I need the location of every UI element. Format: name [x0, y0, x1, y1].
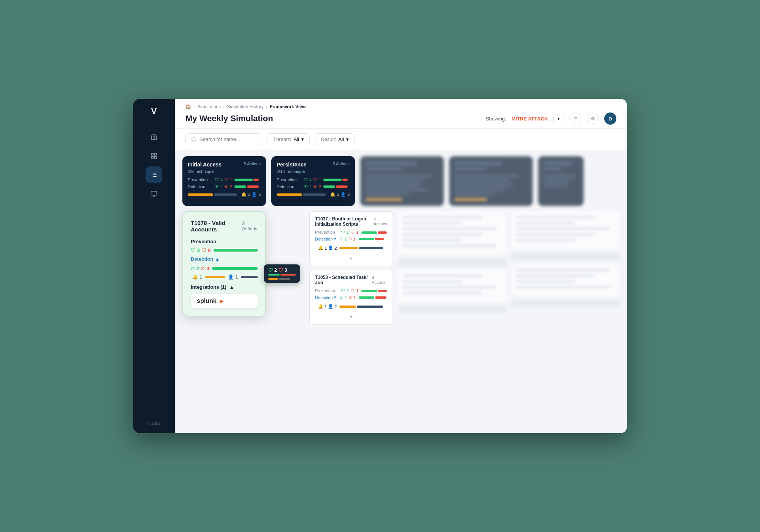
- tech-prev-label: Prevention: [315, 230, 338, 234]
- detection-pass: 2: [309, 184, 312, 189]
- user-icon: 👤: [328, 304, 333, 309]
- prev-fail: 1: [356, 288, 358, 293]
- detection-icons: 👁 2 👁 2: [304, 184, 321, 189]
- integrations-label: Integrations (1): [191, 284, 226, 290]
- result-filter[interactable]: Result: All ▾: [315, 133, 355, 145]
- actions-badge: 5 Actions: [332, 162, 350, 166]
- chevron-up-icon: ▲: [215, 256, 220, 262]
- shield-fail-icon: 🛡: [279, 267, 283, 272]
- shield-pass-icon: 🛡: [215, 177, 219, 182]
- user-count: 2: [334, 246, 337, 250]
- bell-icon: 🔔: [318, 245, 323, 250]
- threats-filter[interactable]: Threats: All ▾: [268, 133, 310, 145]
- popup-column: T1078 - Valid Accounts 2 Actions Prevent…: [182, 211, 266, 325]
- prevention-pass: 4: [220, 177, 223, 182]
- tactic-title: Persistence: [277, 162, 307, 168]
- prev-bars: [361, 231, 387, 233]
- sidebar-item-monitor[interactable]: [146, 185, 162, 202]
- placeholder-expand-1: ▾: [398, 258, 506, 266]
- detection-label: Detection: [315, 237, 332, 241]
- search-box[interactable]: [185, 133, 262, 145]
- breadcrumb-simulations[interactable]: Simulations: [197, 104, 221, 109]
- bell-icon: 🔔: [318, 304, 323, 309]
- prevention-section-title: Prevention: [191, 239, 258, 244]
- sidebar-item-library[interactable]: [146, 147, 162, 164]
- collapse-icon[interactable]: ▾: [350, 256, 352, 261]
- technique-cards: T1037 - Booth or Logon Initialization Sc…: [309, 211, 393, 325]
- prev-pass: 2: [347, 288, 349, 293]
- filters-bar: Threats: All ▾ Result: All ▾: [175, 129, 627, 150]
- svg-point-13: [192, 137, 195, 141]
- sub-user-count: 1: [235, 274, 238, 280]
- prevention-fail: 1: [230, 177, 232, 182]
- showing-dropdown[interactable]: ▾: [553, 114, 564, 123]
- det-icons: ⊙ 2 ⊙ 1: [339, 236, 355, 241]
- user-avatar[interactable]: D: [604, 112, 616, 125]
- user-icon: 👤: [328, 245, 333, 250]
- det-icons: ⊙ 2 ⊙ 1: [339, 295, 355, 300]
- prev-icons: 🛡 2 🛡 0: [191, 247, 211, 253]
- detection-bar: [234, 185, 261, 188]
- chevron-up-integrations-icon[interactable]: ▲: [230, 284, 234, 290]
- tactic-title: Initial Access: [188, 162, 222, 168]
- svg-rect-1: [155, 153, 157, 155]
- popup-title: T1078 - Valid Accounts: [191, 220, 242, 233]
- breadcrumb-sep1: ›: [193, 104, 195, 109]
- sidebar-item-list[interactable]: [146, 166, 162, 183]
- det-fail: 0: [206, 266, 209, 271]
- technique-count: 2/9 Technique: [188, 169, 261, 174]
- settings-button[interactable]: ⚙: [587, 112, 599, 125]
- shield-pass-icon: 🛡: [191, 247, 196, 253]
- placeholder-3: [511, 211, 619, 249]
- splunk-badge[interactable]: splunk ▶: [191, 294, 258, 308]
- expand-sub: 🔔 1 👤 2: [318, 302, 387, 312]
- prevention-label: Prevention: [277, 177, 301, 182]
- tech-actions: 4 Actions: [374, 217, 387, 226]
- chevron-down-icon: ▾: [334, 295, 336, 300]
- alert-count: 2: [248, 192, 250, 196]
- search-input[interactable]: [200, 136, 256, 142]
- detection-metric: ⊙ 2 ⊙ 0: [191, 266, 258, 271]
- breadcrumb-current: Framework View: [270, 104, 306, 109]
- tactic-card-blurred-3: [538, 156, 584, 206]
- sidebar-item-home[interactable]: [146, 128, 162, 145]
- app-logo: V: [151, 106, 157, 116]
- collapse-icon[interactable]: ▾: [350, 314, 352, 320]
- actions-badge: 5 Actions: [244, 162, 261, 166]
- sub-row-alert: 🔔 1 👤 2: [318, 304, 387, 309]
- placeholder-expand-4: [511, 300, 619, 307]
- tech-prev-row: Prevention 🛡 2 🛡 1: [315, 230, 387, 234]
- header-actions: Showing: MITRE ATT&CK ▾ ? ⚙ D: [486, 112, 616, 125]
- detection-expand[interactable]: Detection ▾: [315, 295, 336, 300]
- alert-icon: 🔔: [241, 192, 247, 197]
- prevention-row: Prevention 🛡 4 🛡 1: [188, 177, 261, 182]
- user-icon: 👤: [340, 192, 346, 197]
- detection-link[interactable]: Detection ▲: [191, 256, 258, 262]
- card-footer: 🔔 2 👤 2: [188, 192, 261, 197]
- tech-det-row: Detection ▾ ⊙ 2 ⊙ 1: [315, 236, 387, 241]
- shield-fail: 🛡: [350, 230, 355, 234]
- tech-title: T1053 - Scheduled Task/ Job: [315, 275, 372, 285]
- copyright: © 2021: [147, 421, 161, 426]
- breadcrumb-history[interactable]: Simulation History: [227, 104, 264, 109]
- breadcrumb-sep3: ›: [266, 104, 268, 109]
- detection-expand[interactable]: Detection ▾: [315, 236, 336, 241]
- svg-line-14: [195, 140, 196, 141]
- sub-metrics: 🔔 1 👤 1: [192, 274, 258, 280]
- eye-fail-icon: 👁: [224, 184, 228, 189]
- eye-pass: ⊙: [339, 295, 343, 300]
- help-button[interactable]: ?: [569, 112, 581, 125]
- shield-fail-icon: 🛡: [201, 247, 206, 253]
- eye-fail: ⊙: [348, 236, 352, 241]
- tech-det-row: Detection ▾ ⊙ 2 ⊙ 1: [315, 295, 387, 300]
- tech-prev-row: Prevention 🛡 2 🛡 1: [315, 288, 387, 293]
- threats-value: All: [294, 136, 299, 142]
- breadcrumb-sep2: ›: [223, 104, 225, 109]
- detection-row: Detection 👁 2 👁 2: [188, 184, 261, 189]
- det-fail: 1: [353, 295, 356, 300]
- sidebar-nav: [146, 128, 162, 418]
- shield-pass-icon: 🛡: [304, 177, 308, 182]
- detection-bar: [323, 185, 350, 188]
- prev-fail: 1: [356, 230, 358, 234]
- breadcrumb-home[interactable]: 🏠: [185, 104, 191, 109]
